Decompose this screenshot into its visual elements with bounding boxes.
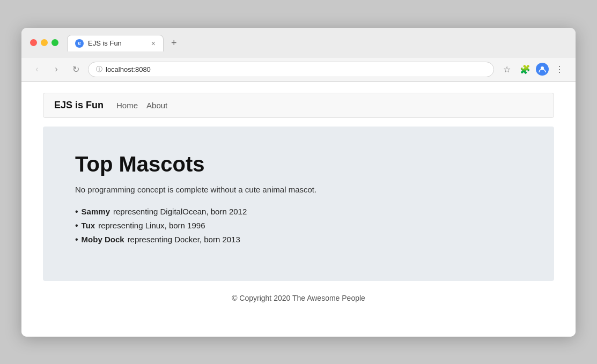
tab-bar: e EJS is Fun × + bbox=[67, 34, 182, 51]
new-tab-button[interactable]: + bbox=[166, 34, 182, 51]
mascot-item-0: Sammy representing DigitalOcean, born 20… bbox=[75, 207, 522, 217]
extensions-icon[interactable]: 🧩 bbox=[518, 62, 533, 77]
title-bar-top: e EJS is Fun × + bbox=[30, 34, 567, 51]
nav-link-about[interactable]: About bbox=[146, 101, 167, 110]
site-nav: EJS is Fun Home About bbox=[43, 93, 554, 118]
mascot-desc-1: representing Linux, born 1996 bbox=[98, 221, 205, 230]
mascot-item-1: Tux representing Linux, born 1996 bbox=[75, 221, 522, 231]
site-brand: EJS is Fun bbox=[54, 100, 104, 111]
browser-window: e EJS is Fun × + ‹ › ↻ ⓘ localhost:8080 … bbox=[21, 28, 576, 337]
mascots-list: Sammy representing DigitalOcean, born 20… bbox=[75, 207, 522, 244]
window-controls bbox=[30, 39, 58, 46]
main-section: Top Mascots No programming concept is co… bbox=[43, 127, 554, 281]
mascot-desc-0: representing DigitalOcean, born 2012 bbox=[113, 207, 247, 216]
tab-title: EJS is Fun bbox=[88, 39, 147, 47]
address-text: localhost:8080 bbox=[106, 65, 151, 73]
menu-icon[interactable]: ⋮ bbox=[552, 62, 567, 77]
close-button[interactable] bbox=[30, 39, 37, 46]
footer-text: © Copyright 2020 The Awesome People bbox=[232, 294, 365, 302]
site-footer: © Copyright 2020 The Awesome People bbox=[43, 281, 554, 315]
address-field[interactable]: ⓘ localhost:8080 bbox=[88, 62, 494, 77]
forward-button[interactable]: › bbox=[49, 62, 63, 76]
page-subtitle: No programming concept is complete witho… bbox=[75, 185, 522, 194]
address-bar: ‹ › ↻ ⓘ localhost:8080 ☆ 🧩 ⋮ bbox=[21, 57, 576, 82]
mascot-name-0: Sammy bbox=[82, 207, 110, 216]
back-button[interactable]: ‹ bbox=[30, 62, 44, 76]
page-content: EJS is Fun Home About Top Mascots No pro… bbox=[21, 82, 576, 337]
tab-close-button[interactable]: × bbox=[151, 40, 156, 47]
maximize-button[interactable] bbox=[51, 39, 58, 46]
active-tab[interactable]: e EJS is Fun × bbox=[67, 35, 164, 51]
secure-icon: ⓘ bbox=[96, 65, 102, 74]
bookmark-icon[interactable]: ☆ bbox=[499, 62, 514, 77]
mascot-name-2: Moby Dock bbox=[82, 235, 124, 244]
tab-favicon: e bbox=[75, 39, 84, 48]
nav-links: Home About bbox=[116, 101, 167, 110]
minimize-button[interactable] bbox=[41, 39, 48, 46]
reload-button[interactable]: ↻ bbox=[69, 62, 83, 76]
nav-link-home[interactable]: Home bbox=[116, 101, 138, 110]
toolbar-icons: ☆ 🧩 ⋮ bbox=[499, 62, 567, 77]
title-bar: e EJS is Fun × + bbox=[21, 28, 576, 57]
profile-icon[interactable] bbox=[536, 63, 549, 76]
mascot-desc-2: representing Docker, born 2013 bbox=[128, 235, 240, 244]
mascot-name-1: Tux bbox=[82, 221, 95, 230]
mascot-item-2: Moby Dock representing Docker, born 2013 bbox=[75, 235, 522, 244]
page-title: Top Mascots bbox=[75, 152, 522, 176]
